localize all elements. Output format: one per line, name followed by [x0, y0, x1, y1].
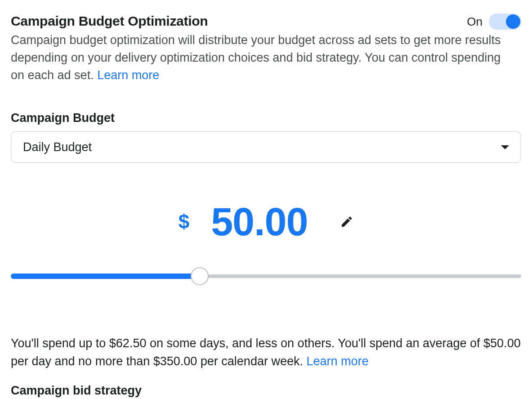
cbo-toggle-label: On [467, 15, 483, 29]
bid-strategy-label: Campaign bid strategy [11, 384, 521, 398]
cbo-learn-more-link[interactable]: Learn more [97, 68, 159, 82]
cbo-toggle-area: On [467, 13, 521, 30]
chevron-down-icon [501, 145, 509, 149]
currency-symbol: $ [179, 211, 189, 233]
budget-slider[interactable] [11, 267, 521, 285]
slider-thumb[interactable] [191, 267, 209, 285]
budget-amount-row: $ 50.00 [11, 199, 521, 245]
budget-type-dropdown[interactable]: Daily Budget [11, 131, 521, 163]
budget-type-value: Daily Budget [23, 140, 92, 154]
cbo-description: Campaign budget optimization will distri… [11, 31, 505, 84]
cbo-toggle[interactable] [489, 13, 521, 30]
edit-icon[interactable] [340, 215, 353, 229]
cbo-header-row: Campaign Budget Optimization On [11, 13, 521, 30]
budget-amount: 50.00 [211, 199, 308, 245]
spend-learn-more-link[interactable]: Learn more [306, 354, 368, 368]
campaign-budget-label: Campaign Budget [11, 111, 521, 125]
spend-note: You'll spend up to $62.50 on some days, … [11, 335, 521, 370]
cbo-title: Campaign Budget Optimization [11, 13, 208, 29]
spend-note-text: You'll spend up to $62.50 on some days, … [11, 336, 521, 368]
slider-fill [11, 273, 200, 279]
toggle-knob [506, 14, 520, 29]
cbo-description-text: Campaign budget optimization will distri… [11, 33, 501, 82]
